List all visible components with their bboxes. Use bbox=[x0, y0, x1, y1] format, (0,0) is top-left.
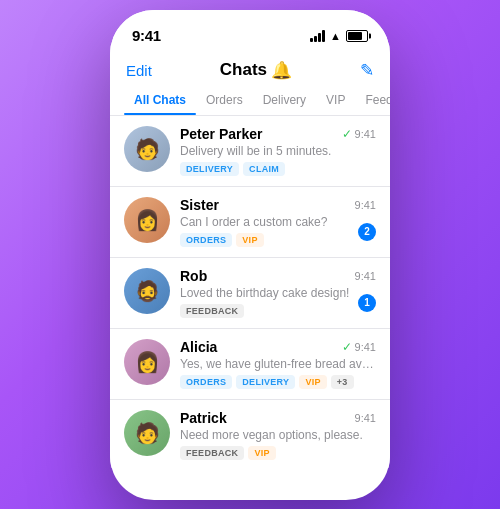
chat-list: 🧑Peter Parker✓9:41Delivery will be in 5 … bbox=[110, 116, 390, 468]
chat-content-alicia: Alicia✓9:41Yes, we have gluten-free brea… bbox=[180, 339, 376, 389]
chat-item-peter-parker[interactable]: 🧑Peter Parker✓9:41Delivery will be in 5 … bbox=[110, 116, 390, 187]
tabs-bar: All Chats Orders Delivery VIP Feedback bbox=[110, 81, 390, 116]
edit-button[interactable]: Edit bbox=[126, 62, 152, 79]
tab-orders[interactable]: Orders bbox=[196, 89, 253, 115]
tag-vip: VIP bbox=[236, 233, 263, 247]
avatar-rob: 🧔 bbox=[124, 268, 170, 314]
tab-vip[interactable]: VIP bbox=[316, 89, 355, 115]
status-bar: 9:41 ▲ bbox=[110, 10, 390, 54]
tag-feedback: FEEDBACK bbox=[180, 446, 244, 460]
header: Edit Chats 🔔 ✎ bbox=[110, 54, 390, 81]
tab-feedback[interactable]: Feedback bbox=[355, 89, 390, 115]
tabs-list: All Chats Orders Delivery VIP Feedback bbox=[110, 89, 390, 115]
chat-item-alicia[interactable]: 👩Alicia✓9:41Yes, we have gluten-free bre… bbox=[110, 329, 390, 400]
chat-content-rob: Rob9:41Loved the birthday cake design!FE… bbox=[180, 268, 376, 318]
tag-orders: ORDERS bbox=[180, 233, 232, 247]
page-title: Chats 🔔 bbox=[220, 60, 292, 81]
tag-delivery: DELIVERY bbox=[236, 375, 295, 389]
chat-time: ✓9:41 bbox=[342, 340, 376, 354]
chat-tags: DELIVERYCLAIM bbox=[180, 162, 376, 176]
check-icon: ✓ bbox=[342, 340, 352, 354]
phone-frame: 9:41 ▲ Edit Chats 🔔 ✎ All Chats Orders D… bbox=[110, 10, 390, 500]
chat-time: 9:41 bbox=[355, 199, 376, 211]
chat-item-patrick[interactable]: 🧑Patrick9:41Need more vegan options, ple… bbox=[110, 400, 390, 468]
avatar-sister: 👩 bbox=[124, 197, 170, 243]
chat-preview: Yes, we have gluten-free bread available… bbox=[180, 357, 376, 371]
chat-preview: Need more vegan options, please. bbox=[180, 428, 376, 442]
avatar-peter-parker: 🧑 bbox=[124, 126, 170, 172]
avatar-patrick: 🧑 bbox=[124, 410, 170, 456]
chat-name: Rob bbox=[180, 268, 207, 284]
unread-badge: 1 bbox=[358, 294, 376, 312]
unread-badge: 2 bbox=[358, 223, 376, 241]
chat-tags: FEEDBACK bbox=[180, 304, 376, 318]
chat-name: Patrick bbox=[180, 410, 227, 426]
tab-delivery[interactable]: Delivery bbox=[253, 89, 316, 115]
chat-content-patrick: Patrick9:41Need more vegan options, plea… bbox=[180, 410, 376, 460]
chat-item-sister[interactable]: 👩Sister9:41Can I order a custom cake?ORD… bbox=[110, 187, 390, 258]
wifi-icon: ▲ bbox=[330, 30, 341, 42]
compose-icon[interactable]: ✎ bbox=[360, 60, 374, 81]
tag-orders: ORDERS bbox=[180, 375, 232, 389]
chat-content-peter-parker: Peter Parker✓9:41Delivery will be in 5 m… bbox=[180, 126, 376, 176]
chat-tags: ORDERSDELIVERYVIP+3 bbox=[180, 375, 376, 389]
chat-time: ✓9:41 bbox=[342, 127, 376, 141]
chat-content-sister: Sister9:41Can I order a custom cake?ORDE… bbox=[180, 197, 376, 247]
chat-tags: FEEDBACKVIP bbox=[180, 446, 376, 460]
chat-time: 9:41 bbox=[355, 412, 376, 424]
tag-+3: +3 bbox=[331, 375, 354, 389]
chat-preview: Delivery will be in 5 minutes. bbox=[180, 144, 376, 158]
tag-vip: VIP bbox=[248, 446, 275, 460]
avatar-alicia: 👩 bbox=[124, 339, 170, 385]
chat-item-rob[interactable]: 🧔Rob9:41Loved the birthday cake design!F… bbox=[110, 258, 390, 329]
chat-tags: ORDERSVIP bbox=[180, 233, 376, 247]
status-time: 9:41 bbox=[132, 27, 161, 44]
chat-preview: Loved the birthday cake design! bbox=[180, 286, 376, 300]
chat-name: Peter Parker bbox=[180, 126, 263, 142]
tag-feedback: FEEDBACK bbox=[180, 304, 244, 318]
tag-delivery: DELIVERY bbox=[180, 162, 239, 176]
chat-name: Sister bbox=[180, 197, 219, 213]
chat-name: Alicia bbox=[180, 339, 217, 355]
tag-vip: VIP bbox=[299, 375, 326, 389]
tag-claim: CLAIM bbox=[243, 162, 285, 176]
signal-icon bbox=[310, 30, 325, 42]
status-icons: ▲ bbox=[310, 30, 368, 42]
check-icon: ✓ bbox=[342, 127, 352, 141]
battery-icon bbox=[346, 30, 368, 42]
tab-all-chats[interactable]: All Chats bbox=[124, 89, 196, 115]
chat-preview: Can I order a custom cake? bbox=[180, 215, 376, 229]
chat-time: 9:41 bbox=[355, 270, 376, 282]
